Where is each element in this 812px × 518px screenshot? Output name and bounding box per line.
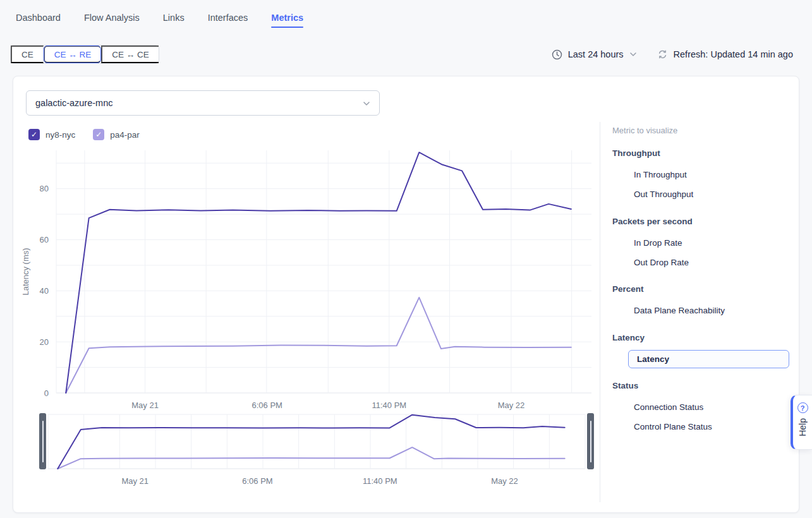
- nav-item-flow-analysis[interactable]: Flow Analysis: [84, 13, 140, 28]
- refresh-status-label: Refresh: Updated 14 min ago: [674, 49, 793, 59]
- chevron-down-icon: [629, 52, 637, 57]
- series-toggle-label: pa4-par: [110, 130, 140, 140]
- y-tick-label: 80: [40, 184, 49, 193]
- link-type-filter-group: CE CE ↔ RE CE ↔ CE: [10, 45, 159, 64]
- selected-metric-label: Latency: [637, 354, 669, 364]
- checkbox-checked-icon[interactable]: ✓: [28, 129, 40, 140]
- chevron-down-icon: [363, 98, 370, 108]
- time-range-select[interactable]: Last 24 hours: [552, 49, 637, 60]
- brush-handle-grip: [590, 421, 591, 462]
- metric-panel-title: Metric to visualize: [612, 125, 677, 136]
- filter-ce-ce-button[interactable]: CE ↔ CE: [101, 45, 159, 63]
- checkbox-checked-icon[interactable]: ✓: [93, 129, 104, 140]
- connection-select[interactable]: galactic-azure-mnc: [26, 90, 380, 116]
- series-toggle-row: ✓ ny8-nyc ✓ pa4-par: [28, 129, 140, 140]
- filter-ce-button[interactable]: CE: [11, 45, 44, 63]
- brush-x-tick-label: 6:06 PM: [242, 476, 272, 486]
- brush-x-tick-label: 11:40 PM: [363, 476, 397, 486]
- nav-item-dashboard[interactable]: Dashboard: [16, 13, 61, 28]
- brush-overview-chart[interactable]: May 216:06 PM11:40 PMMay 22: [13, 410, 604, 498]
- metric-group-packets-per-second: Packets per second: [612, 216, 693, 227]
- metric-item-control-plane-status[interactable]: Control Plane Status: [634, 421, 712, 433]
- series-toggle-ny8-nyc[interactable]: ✓ ny8-nyc: [28, 129, 75, 140]
- y-tick-label: 0: [44, 388, 49, 398]
- metric-group-throughput: Throughput: [612, 148, 660, 159]
- filter-ce-re-button[interactable]: CE ↔ RE: [44, 45, 102, 63]
- x-tick-label: May 22: [498, 401, 525, 410]
- metric-item-out-throughput[interactable]: Out Throughput: [634, 189, 693, 200]
- brush-handle-right[interactable]: [587, 413, 594, 469]
- metric-group-percent: Percent: [612, 284, 644, 295]
- series-toggle-label: ny8-nyc: [45, 130, 75, 140]
- x-tick-label: May 21: [131, 401, 159, 410]
- refresh-icon: [657, 49, 668, 59]
- y-axis-title: Latency (ms): [21, 248, 30, 295]
- metric-group-latency: Latency: [612, 332, 645, 344]
- x-tick-label: 11:40 PM: [372, 401, 406, 410]
- brush-handle-left[interactable]: [39, 413, 46, 469]
- metric-item-latency-selected[interactable]: Latency: [628, 350, 789, 368]
- metric-item-out-drop-rate[interactable]: Out Drop Rate: [634, 257, 689, 268]
- sidebar-divider: [600, 122, 600, 502]
- clock-icon: [552, 49, 562, 60]
- y-tick-label: 40: [40, 286, 49, 296]
- metrics-card: galactic-azure-mnc ✓ ny8-nyc ✓ pa4-par 0…: [13, 76, 799, 513]
- x-tick-label: 6:06 PM: [252, 401, 282, 410]
- series-toggle-pa4-par[interactable]: ✓ pa4-par: [93, 129, 140, 140]
- brush-series-line-pa4-par: [58, 447, 564, 469]
- time-range-label: Last 24 hours: [568, 49, 624, 59]
- series-line-pa4-par: [66, 298, 571, 393]
- metric-item-connection-status[interactable]: Connection Status: [634, 402, 703, 413]
- metric-group-status: Status: [612, 380, 638, 392]
- top-nav: Dashboard Flow Analysis Links Interfaces…: [16, 13, 303, 28]
- nav-item-links[interactable]: Links: [163, 13, 185, 28]
- refresh-control[interactable]: Refresh: Updated 14 min ago: [657, 49, 793, 59]
- connection-select-value: galactic-azure-mnc: [35, 98, 113, 108]
- question-circle-icon: ?: [797, 402, 808, 413]
- metric-item-in-drop-rate[interactable]: In Drop Rate: [634, 238, 682, 249]
- top-right-controls: Last 24 hours Refresh: Updated 14 min ag…: [552, 45, 793, 64]
- nav-item-interfaces[interactable]: Interfaces: [208, 13, 248, 28]
- brush-handle-grip: [42, 421, 44, 462]
- brush-series-line-ny8-nyc: [58, 415, 564, 469]
- help-label: Help: [797, 418, 808, 437]
- brush-x-tick-label: May 21: [121, 476, 148, 486]
- y-tick-label: 60: [40, 235, 49, 244]
- metric-item-data-plane-reachability[interactable]: Data Plane Reachability: [634, 305, 725, 316]
- latency-line-chart[interactable]: 020406080May 216:06 PM11:40 PMMay 22Late…: [13, 140, 604, 424]
- metric-item-in-throughput[interactable]: In Throughput: [634, 169, 687, 181]
- help-button[interactable]: ? Help: [791, 395, 812, 450]
- brush-x-tick-label: May 22: [491, 476, 518, 486]
- y-tick-label: 20: [40, 337, 49, 347]
- nav-item-metrics[interactable]: Metrics: [271, 13, 303, 28]
